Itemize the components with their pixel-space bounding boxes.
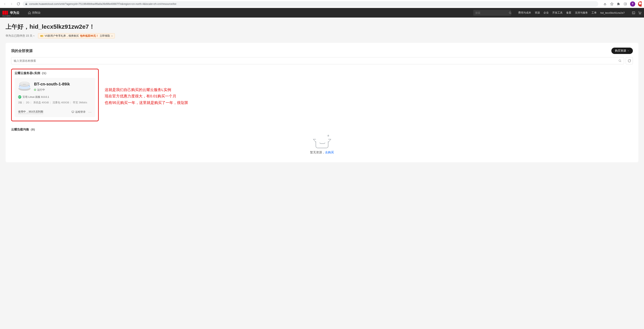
profile-avatar[interactable]: T bbox=[630, 2, 635, 7]
panel-icon[interactable] bbox=[623, 2, 627, 6]
buy-resource-button[interactable]: 购买资源 bbox=[611, 48, 633, 54]
nav-support[interactable]: 支持与服务 bbox=[575, 11, 588, 15]
back-icon[interactable] bbox=[2, 2, 7, 6]
nav-enterprise[interactable]: 企业 bbox=[544, 11, 549, 15]
server-card[interactable]: BT-cn-south-1-89ik 运行中 BT 宝塔 Linux 面板 8.… bbox=[14, 78, 95, 117]
console-link[interactable]: 控制台 bbox=[28, 11, 40, 15]
svg-point-6 bbox=[640, 14, 641, 14]
remote-login-button[interactable]: 远程登录 bbox=[72, 110, 86, 114]
extensions-icon[interactable] bbox=[616, 2, 620, 6]
star-icon[interactable] bbox=[610, 2, 614, 6]
buy-resource-label: 购买资源 bbox=[615, 49, 626, 53]
browser-chrome: console.huaweicloud.com/smb/?agencyId=7f… bbox=[0, 0, 644, 8]
svg-rect-1 bbox=[624, 3, 626, 5]
nav-username[interactable]: hid_lecx5lkz91zw2e7 bbox=[600, 11, 625, 14]
nav-devtools[interactable]: 开发工具 bbox=[552, 11, 562, 15]
edge-clip-icon[interactable] bbox=[638, 2, 642, 7]
huawei-logo-icon bbox=[2, 11, 8, 15]
resource-search-input[interactable] bbox=[14, 59, 618, 62]
more-actions-icon[interactable]: ··· bbox=[88, 111, 92, 114]
browser-actions: T bbox=[600, 2, 642, 7]
empty-tray-icon: ✈ bbox=[316, 137, 328, 148]
header-search[interactable] bbox=[473, 10, 511, 16]
search-icon[interactable] bbox=[509, 11, 512, 14]
share-icon[interactable] bbox=[603, 2, 607, 6]
chevron-right-icon: > bbox=[111, 35, 113, 38]
empty-label: 暂无资源， bbox=[310, 151, 325, 154]
go-buy-link[interactable]: 去购买 bbox=[325, 151, 334, 154]
svg-rect-4 bbox=[632, 12, 635, 14]
url-bar[interactable]: console.huaweicloud.com/smb/?agencyId=7f… bbox=[23, 1, 598, 7]
promo-highlight: 包年低至95元！ bbox=[80, 34, 98, 38]
spec-row: 2核| 2G| 系统盘 40GiB| 流量包 400GB| 带宽 3Mbit/s bbox=[18, 101, 92, 104]
annotation-text: 这就是我们自己购买的云耀云服务L实例 现在官方优惠力度很大，有0.01购买一个月… bbox=[105, 69, 188, 106]
brand-logo[interactable]: HUAWEI 华为云 bbox=[2, 11, 20, 15]
panel-title: 我的全部资源 bbox=[11, 48, 33, 53]
server-stack-icon bbox=[18, 82, 31, 91]
server-name: BT-cn-south-1-89ik bbox=[34, 82, 70, 86]
page-content: 上午好，hid_lecx5lkz91zw2e7！ 华为云已陪伴您 15 天～ 🎫… bbox=[0, 18, 644, 167]
greeting-sub: 华为云已陪伴您 15 天～ 🎫 V0新用户专享礼券，领券购买 包年低至95元！ … bbox=[6, 33, 638, 39]
nav-cost[interactable]: 费用与成本 bbox=[518, 11, 531, 15]
console-label: 控制台 bbox=[32, 11, 40, 15]
promo-link[interactable]: 立即领取 bbox=[100, 34, 110, 38]
reload-icon[interactable] bbox=[16, 2, 21, 6]
terminal-icon[interactable] bbox=[632, 11, 635, 15]
svg-rect-8 bbox=[72, 111, 74, 112]
nav-resources[interactable]: 资源 bbox=[535, 11, 540, 15]
header-nav: 费用与成本 资源 企业 开发工具 备案 支持与服务 工单 hid_lecx5lk… bbox=[515, 11, 628, 15]
nav-beian[interactable]: 备案 bbox=[566, 11, 571, 15]
svg-point-3 bbox=[509, 12, 511, 14]
nav-tickets[interactable]: 工单 bbox=[592, 11, 597, 15]
monitor-icon bbox=[72, 111, 74, 113]
chevron-down-icon bbox=[627, 50, 629, 52]
svg-point-7 bbox=[619, 60, 621, 62]
header-search-input[interactable] bbox=[475, 11, 509, 14]
header-right-icons bbox=[632, 11, 642, 15]
highlighted-region: 云耀云服务器L实例（1） BT-cn-south-1-89ik 运行 bbox=[11, 69, 99, 121]
empty-state: ✈ 暂无资源，去购买 bbox=[11, 135, 633, 154]
bt-badge-icon: BT bbox=[18, 95, 21, 99]
section1-title: 云耀云服务器L实例（1） bbox=[14, 71, 95, 75]
home-icon bbox=[28, 11, 31, 14]
brand-name: 华为云 bbox=[10, 11, 20, 15]
app-header: HUAWEI 华为云 控制台 费用与成本 资源 企业 开发工具 备案 支持与服务… bbox=[0, 8, 644, 18]
resource-panel: 我的全部资源 购买资源 云耀云服务器L实例（1） bbox=[6, 43, 638, 162]
url-text: console.huaweicloud.com/smb/?agencyId=7f… bbox=[29, 3, 176, 5]
greeting-days: 华为云已陪伴您 15 天～ bbox=[6, 34, 35, 38]
refresh-button[interactable] bbox=[626, 57, 633, 64]
remote-login-label: 远程登录 bbox=[75, 110, 86, 114]
resource-search[interactable] bbox=[11, 57, 624, 64]
server-status: 运行中 bbox=[37, 88, 45, 92]
ticket-icon: 🎫 bbox=[40, 35, 44, 38]
lock-icon bbox=[25, 3, 28, 5]
expire-label[interactable]: 使用中，353天后到期 bbox=[18, 110, 43, 114]
greeting-title: 上午好，hid_lecx5lkz91zw2e7！ bbox=[6, 23, 638, 31]
section2-title: 云耀负载均衡（0） bbox=[11, 128, 633, 131]
bt-label: 宝塔 Linux 面板 8.0.0.1 bbox=[22, 95, 49, 99]
svg-point-5 bbox=[639, 14, 640, 14]
promo-prefix: V0新用户专享礼券，领券购买 bbox=[44, 34, 79, 38]
status-dot-icon bbox=[34, 89, 36, 91]
forward-icon[interactable] bbox=[9, 2, 14, 6]
cart-icon[interactable] bbox=[638, 11, 642, 15]
search-icon[interactable] bbox=[618, 59, 622, 62]
promo-banner[interactable]: 🎫 V0新用户专享礼券，领券购买 包年低至95元！ 立即领取 > bbox=[38, 33, 115, 39]
